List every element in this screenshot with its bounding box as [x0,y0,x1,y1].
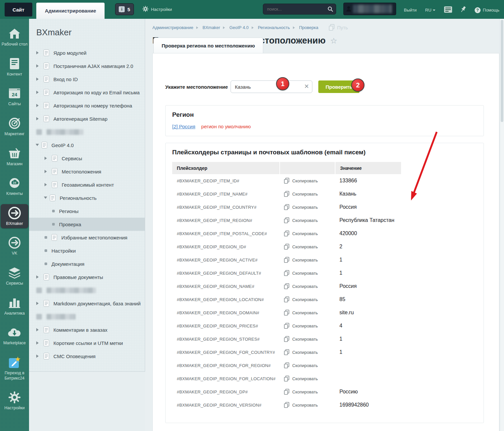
sidebar-item-redacted[interactable] [29,125,145,139]
chevron-right-icon[interactable] [36,64,40,68]
sidebar-item-geoip[interactable]: GeoIP 4.0 [29,139,145,152]
sidebar-item-module-settings[interactable]: Настройки [29,244,145,257]
breadcrumb-link[interactable]: Региональность [258,25,290,30]
sidebar-item-redacted[interactable] [29,310,145,323]
sidebar-item-markdown-docs[interactable]: Markdown документация, база знаний [29,297,145,310]
sidebar-item-services[interactable]: Сервисы [29,152,145,165]
breadcrumb-separator-icon [252,26,255,29]
chevron-down-icon[interactable] [36,144,39,148]
chevron-right-icon[interactable] [36,117,40,120]
topbar-settings-button[interactable]: Настройки [142,6,172,13]
language-selector[interactable]: RU [425,8,435,13]
copy-button[interactable]: Скопировать [279,191,335,197]
rail-item-content[interactable]: Контент [1,55,28,79]
sidebar-item-favorite-locations[interactable]: Избранные местоположения [29,231,145,244]
chevron-right-icon[interactable] [36,77,40,81]
chevron-right-icon[interactable] [36,51,40,54]
sidebar-item-locations[interactable]: Местоположения [29,165,145,178]
sidebar-item-login-by-id[interactable]: Вход по ID [29,73,145,86]
rail-item-sites[interactable]: 24 Сайты [1,84,28,109]
copy-button[interactable]: Скопировать [279,323,335,329]
copy-button[interactable]: Скопировать [279,204,335,210]
scrollbar[interactable] [500,19,504,431]
tab-site[interactable]: Сайт [5,3,32,16]
chevron-right-icon[interactable] [36,302,40,305]
copy-button[interactable]: Скопировать [279,217,335,224]
breadcrumb-link[interactable]: GeoIP 4.0 [229,25,248,30]
rail-item-settings[interactable]: Настройки [1,388,28,413]
chevron-right-icon[interactable] [45,157,48,160]
sidebar-item-core[interactable]: Ядро модулей [29,46,145,59]
rail-item-shop[interactable]: Магазин [1,144,28,169]
sidebar-item-regions[interactable]: Регионы [29,204,145,218]
chevron-right-icon[interactable] [36,91,40,94]
search-icon[interactable] [328,6,333,12]
location-input[interactable] [231,80,312,93]
chevron-right-icon[interactable] [36,341,40,345]
rail-item-services[interactable]: Сервисы [1,264,28,288]
notifications-button[interactable]: i 5 [115,3,134,15]
scrollbar-thumb[interactable] [501,20,503,122]
rail-item-vk[interactable]: VK [1,234,28,258]
logout-link[interactable]: Выйти [404,8,417,13]
region-link[interactable]: [2] Россия [172,124,195,129]
clear-input-icon[interactable]: ✕ [304,83,309,89]
breadcrumb-link[interactable]: Проверка [299,25,318,30]
copy-button[interactable]: Скопировать [279,178,335,184]
sidebar-item-sms[interactable]: СМС Оповещения [29,350,145,363]
sidebar-item-check[interactable]: Проверка [29,218,145,231]
chevron-right-icon[interactable] [36,354,40,358]
sidebar-item-redacted[interactable] [29,284,145,297]
rail-item-bitrix24[interactable]: Переход в Битрикс24 [1,354,28,383]
rail-item-marketplace[interactable]: Marketplace [1,323,28,348]
copy-button[interactable]: Скопировать [279,349,335,355]
path-button[interactable]: Путь [329,24,348,31]
sidebar-item-order-comments[interactable]: Комментарии в заказах [29,323,145,336]
copy-button[interactable]: Скопировать [279,257,335,263]
sidebar-item-email-auth[interactable]: Авторизация по коду из Email письма [29,86,145,99]
tab-region-check[interactable]: Проверка региона по местположению [153,38,263,53]
sidebar-item-phone-auth[interactable]: Авторизация по номеру телефона [29,99,145,112]
rail-item-analytics[interactable]: Аналитика [1,294,28,318]
sidebar-item-geo-content[interactable]: Геозависимый контент [29,178,145,191]
copy-button[interactable]: Скопировать [279,376,335,382]
copy-button[interactable]: Скопировать [279,244,335,250]
chevron-right-icon[interactable] [36,328,40,331]
sidebar-item-legal-docs[interactable]: Правовые документы [29,270,145,284]
rail-item-bxmaker[interactable]: BXmaker [1,204,28,229]
tab-admin[interactable]: Администрирование [36,3,105,19]
copy-label: Скопировать [292,350,318,355]
copy-button[interactable]: Скопировать [279,362,335,369]
hotkeys-icon[interactable] [444,6,452,14]
copy-button[interactable]: Скопировать [279,402,335,408]
chevron-right-icon[interactable] [36,104,40,107]
user-menu[interactable] [343,3,396,15]
rail-item-clients[interactable]: 24 Клиенты [1,174,28,199]
copy-button[interactable]: Скопировать [279,389,335,395]
pin-icon[interactable] [461,6,466,14]
help-button[interactable]: ? Помощь [475,7,499,13]
copy-button[interactable]: Скопировать [279,283,335,290]
sidebar-item-sitemap[interactable]: Автогенерация Sitemap [29,112,145,125]
sidebar-item-regionality[interactable]: Региональность [29,191,145,204]
copy-button[interactable]: Скопировать [279,296,335,303]
chevron-right-icon[interactable] [45,183,48,186]
copy-button[interactable]: Скопировать [279,231,335,237]
chevron-right-icon[interactable] [36,275,40,279]
search-input[interactable] [263,4,336,15]
sidebar-item-documentation[interactable]: Документация [29,257,145,270]
chevron-down-icon[interactable] [44,197,47,200]
copy-button[interactable]: Скопировать [279,336,335,342]
breadcrumb-link[interactable]: Администрирование [152,25,193,30]
sidebar-item-short-links[interactable]: Короткие ссылки и UTM метки [29,336,145,350]
breadcrumb-link[interactable]: BXmaker [203,25,220,30]
module-sidebar: BXmaker Ядро модулей Постраничная AJAX н… [29,19,145,431]
document-icon [44,340,49,346]
rail-item-marketing[interactable]: Маркетинг [1,114,28,139]
favorite-star-icon[interactable]: ☆ [330,37,337,45]
copy-button[interactable]: Скопировать [279,310,335,316]
sidebar-item-ajax-nav[interactable]: Постраничная AJAX навигация 2.0 [29,59,145,73]
chevron-right-icon[interactable] [45,170,48,173]
copy-button[interactable]: Скопировать [279,270,335,276]
rail-item-desktop[interactable]: Рабочий стол [1,25,28,49]
